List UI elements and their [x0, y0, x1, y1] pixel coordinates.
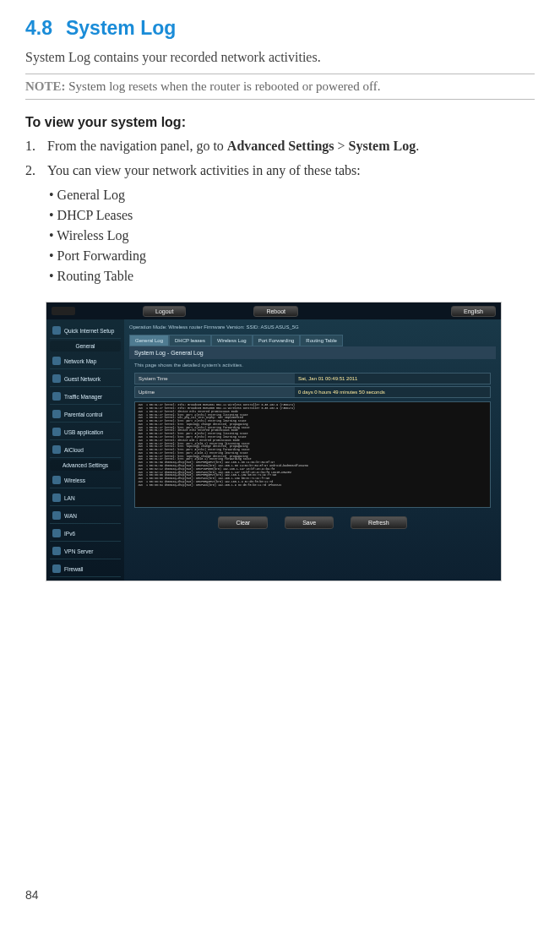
page-number: 84 [25, 888, 39, 902]
sidebar-item-label: Network Map [64, 358, 96, 364]
section-header: 4.8 System Log [25, 17, 535, 40]
tab-item-port-forwarding: Port Forwarding [49, 246, 535, 266]
vpn-icon [52, 547, 61, 555]
intro-text: System Log contains your recorded networ… [25, 48, 535, 67]
sidebar-item-label: Wireless [64, 477, 85, 483]
reboot-button[interactable]: Reboot [253, 306, 298, 317]
tab-item-dhcp-leases: DHCP Leases [49, 205, 535, 226]
sidebar-item-ipv6[interactable]: IPv6 [50, 526, 121, 542]
wireless-icon [52, 476, 61, 484]
step-1-sep: > [334, 139, 349, 153]
clear-button[interactable]: Clear [218, 516, 268, 529]
howto-heading: To view your system log: [25, 115, 535, 130]
sidebar-item-traffic-manager[interactable]: Traffic Manager [50, 389, 121, 405]
operation-mode-row: Operation Mode: Wireless router Firmware… [129, 323, 496, 331]
usb-icon [52, 428, 61, 436]
lan-icon [52, 493, 61, 502]
router-topbar: Logout Reboot English [46, 303, 501, 319]
sidebar-item-label: USB application [64, 429, 103, 435]
router-screenshot: Logout Reboot English Quick Internet Set… [46, 302, 502, 581]
uptime-label: Uptime [135, 387, 295, 397]
system-time-row: System Time Sat, Jan 01 00:49:51 2011 [134, 373, 491, 384]
sidebar-item-label: Firewall [64, 566, 83, 572]
sidebar-item-label: IPv6 [64, 531, 75, 537]
sidebar-item-vpn-server[interactable]: VPN Server [50, 543, 121, 559]
step-1: 1. From the navigation panel, go to Adva… [25, 137, 535, 155]
sidebar-qis[interactable]: Quick Internet Setup [50, 323, 121, 339]
aicloud-icon [52, 445, 61, 454]
panel-subtitle: This page shows the detailed system's ac… [129, 359, 496, 371]
language-select[interactable]: English [451, 306, 496, 317]
step-2-num: 2. [25, 161, 41, 180]
wan-icon [52, 511, 61, 520]
sidebar-item-label: LAN [64, 495, 75, 501]
step-1-bold1: Advanced Settings [227, 139, 334, 153]
steps-list: 1. From the navigation panel, go to Adva… [25, 137, 535, 180]
sidebar-qis-label: Quick Internet Setup [64, 328, 114, 334]
guest-network-icon [52, 374, 61, 383]
sidebar-item-usb-application[interactable]: USB application [50, 424, 121, 440]
note-text: System log resets when the router is reb… [66, 79, 381, 93]
sidebar-item-firewall[interactable]: Firewall [50, 561, 121, 577]
sidebar-item-wan[interactable]: WAN [50, 508, 121, 524]
tab-port-forwarding[interactable]: Port Forwarding [253, 335, 301, 346]
sidebar-item-aicloud[interactable]: AiCloud [50, 442, 121, 458]
tab-item-general-log: General Log [49, 185, 535, 205]
network-map-icon [52, 357, 61, 365]
sidebar-item-parental-control[interactable]: Parental control [50, 406, 121, 423]
firewall-icon [52, 564, 61, 573]
tabs-list: General Log DHCP Leases Wireless Log Por… [25, 185, 535, 286]
section-title: System Log [66, 17, 176, 40]
uptime-row: Uptime 0 days 0 hours 49 minutes 50 seco… [134, 386, 491, 398]
traffic-manager-icon [52, 392, 61, 401]
system-time-label: System Time [135, 374, 295, 384]
sidebar-item-label: WAN [64, 513, 77, 519]
note-box: NOTE: System log resets when the router … [25, 74, 535, 100]
router-sidebar: Quick Internet Setup General Network Map… [46, 319, 124, 581]
system-time-value: Sat, Jan 01 00:49:51 2011 [295, 374, 490, 384]
sidebar-item-label: Parental control [64, 412, 103, 417]
step-1-num: 1. [25, 137, 41, 155]
refresh-button[interactable]: Refresh [351, 516, 407, 529]
step-2: 2. You can view your network activities … [25, 161, 535, 180]
panel-title: System Log - General Log [129, 346, 496, 359]
logout-button[interactable]: Logout [143, 306, 186, 317]
qis-icon [52, 326, 61, 335]
parental-control-icon [52, 410, 61, 418]
tab-item-routing-table: Routing Table [49, 266, 535, 286]
router-tabs: General Log DHCP leases Wireless Log Por… [129, 335, 496, 346]
router-main: Operation Mode: Wireless router Firmware… [124, 319, 501, 581]
sidebar-item-guest-network[interactable]: Guest Network [50, 371, 121, 387]
sidebar-item-label: AiCloud [64, 447, 84, 453]
step-2-text: You can view your network activities in … [47, 161, 361, 180]
log-output[interactable]: Jan 1 00:31:27 kernel: eth1: Broadcom BC… [134, 401, 491, 508]
section-number: 4.8 [25, 17, 52, 40]
step-1-pre: From the navigation panel, go to [47, 139, 227, 153]
save-button[interactable]: Save [285, 516, 334, 529]
tab-wireless-log[interactable]: Wireless Log [211, 335, 253, 346]
step-1-post: . [416, 139, 419, 153]
tab-routing-table[interactable]: Routing Table [300, 335, 343, 346]
tab-general-log[interactable]: General Log [129, 335, 169, 346]
step-1-body: From the navigation panel, go to Advance… [47, 137, 419, 155]
sidebar-item-network-map[interactable]: Network Map [50, 353, 121, 369]
ipv6-icon [52, 529, 61, 537]
sidebar-item-label: Guest Network [64, 376, 101, 382]
sidebar-general-label: General [50, 341, 121, 352]
sidebar-item-wireless[interactable]: Wireless [50, 472, 121, 488]
tab-dhcp-leases[interactable]: DHCP leases [169, 335, 211, 346]
note-label: NOTE: [25, 79, 66, 93]
sidebar-item-lan[interactable]: LAN [50, 490, 121, 506]
sidebar-advanced-label: Advanced Settings [50, 460, 121, 471]
button-row: Clear Save Refresh [129, 511, 496, 537]
sidebar-item-label: Traffic Manager [64, 394, 102, 400]
step-1-bold2: System Log [349, 139, 416, 153]
asus-logo [52, 307, 75, 315]
uptime-value: 0 days 0 hours 49 minutes 50 seconds [295, 387, 490, 397]
sidebar-item-label: VPN Server [64, 548, 93, 554]
tab-item-wireless-log: Wireless Log [49, 226, 535, 246]
